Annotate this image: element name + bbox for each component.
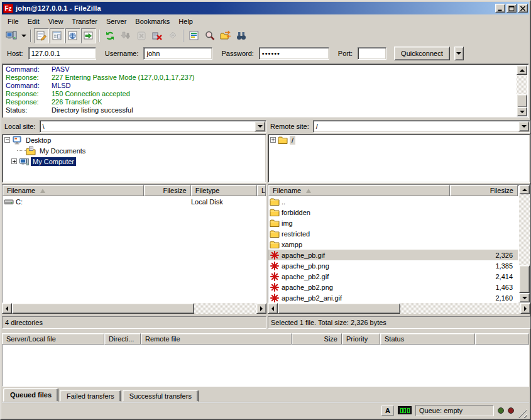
log-line: Command:PASV: [4, 65, 517, 74]
scroll-left-button[interactable]: [2, 303, 12, 314]
site-manager-dropdown[interactable]: [19, 28, 28, 43]
scroll-up-button[interactable]: [519, 185, 530, 194]
file-row-c-drive[interactable]: C: Local Disk: [3, 196, 266, 207]
synchronized-browsing-button[interactable]: [218, 28, 233, 43]
menu-help[interactable]: Help: [174, 16, 197, 26]
local-pane: Local site: \ Desktop My Documents My: [2, 119, 266, 329]
tab-failed-transfers[interactable]: Failed transfers: [60, 390, 121, 402]
tree-item-my-documents[interactable]: My Documents: [3, 145, 266, 156]
expand-icon[interactable]: [11, 158, 17, 164]
local-file-list: Filename Filesize Filetype L C: Local Di…: [2, 184, 266, 303]
host-input[interactable]: 127.0.0.1: [28, 47, 96, 60]
scrollbar-thumb[interactable]: [517, 94, 527, 108]
menu-bookmarks[interactable]: Bookmarks: [131, 16, 174, 26]
menu-edit[interactable]: Edit: [23, 16, 44, 26]
reconnect-button[interactable]: [165, 28, 180, 43]
scroll-down-button[interactable]: [519, 293, 530, 302]
data-type-indicator-icon[interactable]: A: [381, 406, 394, 416]
toggle-remote-tree-button[interactable]: [65, 28, 80, 43]
remote-horizontal-scrollbar[interactable]: [268, 303, 530, 314]
queue-list[interactable]: [2, 345, 529, 387]
column-header-priority[interactable]: Priority: [342, 333, 380, 345]
password-input[interactable]: ••••••: [259, 47, 329, 60]
directory-comparison-button[interactable]: [202, 28, 217, 43]
column-header-server-local-file[interactable]: Server/Local file: [2, 333, 104, 345]
scrollbar-thumb[interactable]: [519, 265, 530, 293]
scroll-right-button[interactable]: [256, 303, 266, 314]
file-row-selected[interactable]: apache_pb.gif 2,326: [268, 250, 518, 260]
combo-dropdown-button[interactable]: [518, 121, 529, 131]
column-header-status[interactable]: Status: [380, 333, 475, 345]
local-site-combobox[interactable]: \: [40, 120, 266, 133]
tree-item-root[interactable]: /: [268, 135, 530, 145]
refresh-button[interactable]: [102, 28, 118, 43]
tree-item-my-computer[interactable]: My Computer: [3, 156, 266, 167]
username-input[interactable]: john: [143, 47, 212, 60]
menu-server[interactable]: Server: [102, 16, 131, 26]
file-row[interactable]: apache_pb2_ani.gif 2,160: [268, 292, 518, 302]
scroll-right-button[interactable]: [520, 303, 530, 314]
column-header-size[interactable]: Size: [292, 333, 342, 345]
resize-grip[interactable]: [518, 409, 527, 418]
minimize-button[interactable]: [495, 4, 505, 13]
remote-site-combobox[interactable]: /: [313, 120, 530, 133]
file-row[interactable]: apache_pb2.gif 2,414: [268, 271, 518, 282]
process-queue-button[interactable]: [118, 28, 133, 43]
expand-icon[interactable]: [270, 137, 276, 143]
remote-vertical-scrollbar[interactable]: [519, 185, 530, 302]
combo-dropdown-button[interactable]: [255, 121, 265, 131]
folder-icon: [270, 197, 280, 207]
close-button[interactable]: [518, 4, 528, 13]
file-row[interactable]: ..: [268, 196, 518, 207]
scroll-up-button[interactable]: [517, 65, 527, 75]
find-files-button[interactable]: [234, 28, 249, 43]
port-input[interactable]: [358, 47, 386, 60]
file-row[interactable]: forbidden: [268, 207, 518, 218]
tab-successful-transfers[interactable]: Successful transfers: [123, 390, 199, 402]
column-header-lastmodified[interactable]: L: [257, 185, 266, 196]
filezilla-window: Fz john@127.0.0.1 - FileZilla File Edit …: [0, 0, 531, 420]
file-row[interactable]: apache_pb.png 1,385: [268, 260, 518, 271]
quickconnect-dropdown[interactable]: [454, 47, 464, 60]
menu-view[interactable]: View: [44, 16, 68, 26]
filezilla-app-icon[interactable]: Fz: [3, 4, 13, 13]
column-header-remote-file[interactable]: Remote file: [141, 333, 292, 345]
title-bar[interactable]: Fz john@127.0.0.1 - FileZilla: [2, 2, 529, 14]
column-header-filename[interactable]: Filename: [3, 185, 144, 196]
column-header-filesize[interactable]: Filesize: [450, 185, 518, 196]
desktop-icon: [12, 135, 22, 145]
toggle-local-tree-button[interactable]: [50, 28, 65, 43]
toggle-transfer-queue-button[interactable]: [81, 28, 96, 43]
column-header-filesize[interactable]: Filesize: [144, 185, 191, 196]
local-horizontal-scrollbar[interactable]: [2, 303, 266, 314]
column-header-direction[interactable]: Directi...: [104, 333, 141, 345]
scrollbar-thumb[interactable]: [278, 303, 400, 314]
menu-file[interactable]: File: [3, 16, 23, 26]
menu-transfer[interactable]: Transfer: [67, 16, 102, 26]
log-vertical-scrollbar[interactable]: [517, 65, 527, 116]
speed-limits-indicator-icon[interactable]: [398, 406, 412, 414]
file-row[interactable]: restricted: [268, 228, 518, 239]
filter-button[interactable]: [187, 28, 202, 43]
scroll-down-button[interactable]: [517, 107, 527, 116]
log-line: Command:MLSD: [4, 82, 517, 90]
column-header-filetype[interactable]: Filetype: [191, 185, 257, 196]
collapse-icon[interactable]: [4, 137, 10, 143]
local-list-header: Filename Filesize Filetype L: [3, 185, 266, 196]
file-row[interactable]: img: [268, 218, 518, 228]
scroll-left-button[interactable]: [268, 303, 278, 314]
disconnect-button[interactable]: [150, 28, 165, 43]
remote-file-list: Filename Filesize .. forbidden: [268, 184, 530, 303]
quickconnect-button[interactable]: Quickconnect: [394, 47, 450, 60]
scrollbar-thumb[interactable]: [12, 303, 194, 314]
remote-pane: Remote site: / / Filename Filesize: [268, 119, 530, 329]
maximize-button[interactable]: [506, 4, 517, 13]
cancel-button[interactable]: [134, 28, 149, 43]
tab-queued-files[interactable]: Queued files: [3, 388, 58, 402]
toggle-message-log-button[interactable]: [34, 28, 49, 43]
column-header-filename[interactable]: Filename: [268, 185, 450, 196]
file-row[interactable]: xampp: [268, 239, 518, 250]
tree-item-desktop[interactable]: Desktop: [3, 135, 266, 145]
file-row[interactable]: apache_pb2.png 1,463: [268, 282, 518, 292]
site-manager-button[interactable]: [4, 28, 19, 43]
